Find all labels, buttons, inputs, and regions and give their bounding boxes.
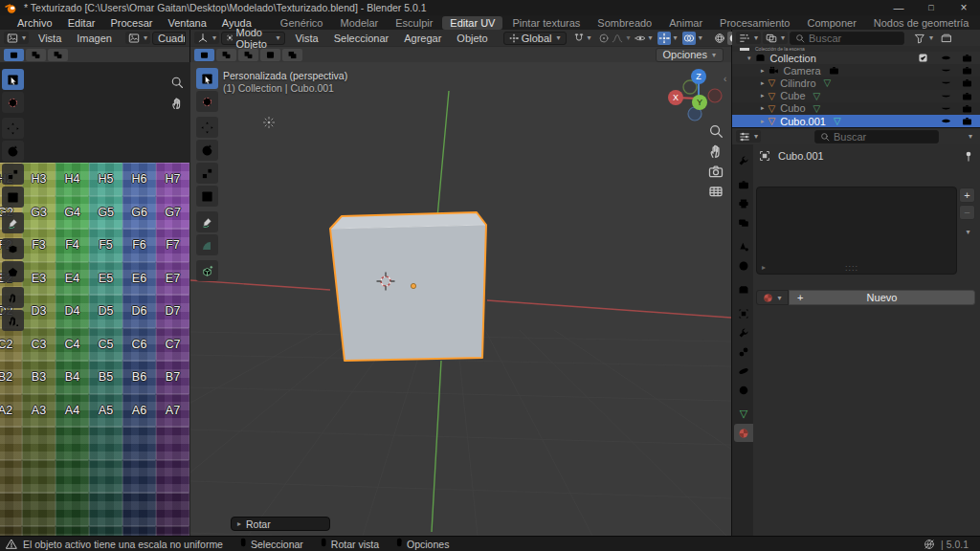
outliner-editor-type-button[interactable]: ▾	[736, 32, 761, 44]
tool-pinch-button[interactable]	[2, 310, 24, 331]
minimize-button[interactable]: —	[882, 2, 915, 13]
outliner-display-mode-button[interactable]: ▾	[763, 32, 788, 44]
tab-gen-rico[interactable]: Genérico	[273, 16, 331, 30]
uv-editor-type-button[interactable]: ▾	[4, 32, 29, 44]
eye-closed-icon[interactable]	[941, 103, 951, 114]
navigation-gizmo[interactable]: Z X Y	[665, 69, 731, 124]
properties-tab-modifiers[interactable]	[734, 323, 753, 342]
uv-pan-icon[interactable]	[170, 97, 184, 110]
options-dropdown[interactable]: Opciones ▾	[656, 48, 724, 62]
uv-canvas[interactable]: H2H3H4H5H6H7G2G3G4G5G6G7F2F3F4F5F6F7E2E3…	[0, 62, 190, 536]
tool-select-box-button[interactable]	[2, 69, 24, 90]
browse-material-button[interactable]: ▾	[756, 290, 789, 305]
shading-wireframe-icon[interactable]	[714, 33, 725, 44]
select-mode-subtract-icon[interactable]	[238, 49, 258, 61]
camera-toggle-icon[interactable]	[962, 103, 972, 114]
cube-object[interactable]	[330, 212, 486, 361]
perspective-toggle-icon[interactable]	[708, 184, 724, 199]
tool-add-cube-button[interactable]	[196, 260, 218, 281]
tool-measure-button[interactable]	[196, 234, 218, 255]
browse-image-button[interactable]: ▾	[125, 32, 150, 44]
sidebar-toggle-icon[interactable]: ‹	[724, 74, 726, 84]
axis-neg-x[interactable]	[708, 89, 722, 102]
eye-closed-icon[interactable]	[941, 77, 951, 88]
properties-tab-viewlayer[interactable]	[734, 213, 753, 231]
camera-toggle-icon[interactable]	[962, 65, 972, 76]
collapse-icon[interactable]: ▾	[747, 55, 751, 62]
tool-box-button[interactable]	[2, 238, 24, 259]
outliner-item-cube[interactable]: ▸▽Cube▽	[732, 90, 980, 102]
mode-selector[interactable]: Modo Objeto ▾	[221, 32, 285, 45]
properties-tab-object[interactable]	[734, 304, 753, 322]
axis-y[interactable]: Y	[692, 95, 707, 110]
expand-icon[interactable]: ▸	[761, 92, 765, 99]
viewport-editor-type-button[interactable]: ▾	[194, 32, 219, 44]
overlays-toggle[interactable]: ▾	[682, 32, 702, 45]
eye-icon[interactable]	[941, 116, 951, 126]
select-mode-subtract-icon[interactable]	[48, 49, 68, 61]
maximize-button[interactable]: □	[915, 3, 947, 12]
pin-icon[interactable]	[963, 150, 974, 162]
tool-transform-button[interactable]	[196, 186, 218, 207]
menu-editar[interactable]: Editar	[60, 17, 103, 29]
outliner-item-cilindro[interactable]: ▸▽Cilindro▽	[732, 77, 980, 89]
tab-animar[interactable]: Animar	[661, 16, 710, 30]
snapping-controls[interactable]: ▾	[573, 33, 591, 44]
tab-nodos-de-geometr-a[interactable]: Nodos de geometría	[866, 16, 977, 30]
properties-tab-world[interactable]	[734, 256, 753, 275]
falloff-curve-icon[interactable]	[612, 33, 623, 44]
tool-polygon-button[interactable]	[2, 261, 24, 282]
properties-tab-material[interactable]	[734, 424, 753, 442]
operator-panel[interactable]: ▸ Rotar	[231, 517, 330, 531]
properties-tab-constraints[interactable]	[734, 342, 753, 361]
properties-tab-render[interactable]	[734, 175, 753, 193]
close-button[interactable]: ×	[947, 1, 980, 14]
expand-icon[interactable]: ▸	[761, 104, 765, 112]
camera-toggle-icon[interactable]	[962, 77, 972, 88]
axis-x[interactable]: X	[668, 90, 683, 105]
outliner-item-cubo[interactable]: ▸▽Cubo▽	[732, 102, 980, 115]
uv-zoom-icon[interactable]	[170, 76, 184, 89]
properties-tab-data[interactable]: ▽	[734, 405, 753, 423]
properties-tab-output[interactable]	[734, 194, 753, 212]
properties-tab-physics[interactable]	[734, 362, 753, 380]
select-mode-extend-icon[interactable]	[216, 49, 236, 61]
eye-closed-icon[interactable]	[941, 91, 951, 101]
new-material-button[interactable]: + Nuevo	[789, 290, 975, 305]
tool-move-button[interactable]	[2, 118, 24, 139]
select-mode-set-icon[interactable]	[4, 49, 24, 61]
camera-view-icon[interactable]	[708, 164, 724, 179]
network-offline-icon[interactable]	[924, 539, 935, 550]
select-mode-intersect-icon[interactable]	[282, 49, 302, 61]
menu-vista[interactable]: Vista	[31, 33, 69, 44]
panel-expand-icon[interactable]: ▸	[762, 263, 766, 272]
snap-magnet-icon[interactable]	[573, 33, 585, 44]
camera-toggle-icon[interactable]	[962, 116, 972, 126]
menu-procesar[interactable]: Procesar	[102, 17, 160, 29]
slot-specials-menu[interactable]: ▾	[961, 228, 975, 236]
tab-sombreado[interactable]: Sombreado	[590, 16, 659, 30]
select-mode-extend-icon[interactable]	[26, 49, 46, 61]
outliner-search[interactable]: Buscar	[790, 32, 904, 45]
exclude-checkbox-icon[interactable]	[918, 53, 928, 63]
tool-grab-button[interactable]	[2, 287, 24, 308]
camera-toggle-icon[interactable]	[962, 91, 972, 101]
new-collection-icon[interactable]	[941, 33, 952, 44]
menu-agregar[interactable]: Agregar	[396, 33, 449, 44]
outliner-item-camera[interactable]: ▸Camera	[732, 64, 980, 77]
slot-remove-button[interactable]: −	[959, 205, 975, 220]
tool-move-button[interactable]	[196, 117, 218, 138]
tab-pintar-texturas[interactable]: Pintar texturas	[504, 16, 588, 30]
select-mode-invert-icon[interactable]	[260, 49, 280, 61]
filter-icon[interactable]	[914, 33, 925, 44]
material-slots-list[interactable]: ▸ ::::	[756, 187, 957, 275]
expand-icon[interactable]: ▸	[761, 79, 765, 87]
tool-select-box-button[interactable]	[196, 68, 218, 89]
tool-annotate-button[interactable]	[2, 212, 24, 233]
viewport-canvas[interactable]: Personalizada (perspectiva) (1) Collecti…	[190, 62, 731, 536]
select-mode-set-icon[interactable]	[194, 49, 214, 61]
slot-add-button[interactable]: +	[959, 187, 975, 203]
menu-ventana[interactable]: Ventana	[160, 17, 213, 29]
outliner-item-collection[interactable]: ▾Collection	[732, 52, 980, 64]
tab-esculpir[interactable]: Esculpir	[388, 16, 440, 30]
